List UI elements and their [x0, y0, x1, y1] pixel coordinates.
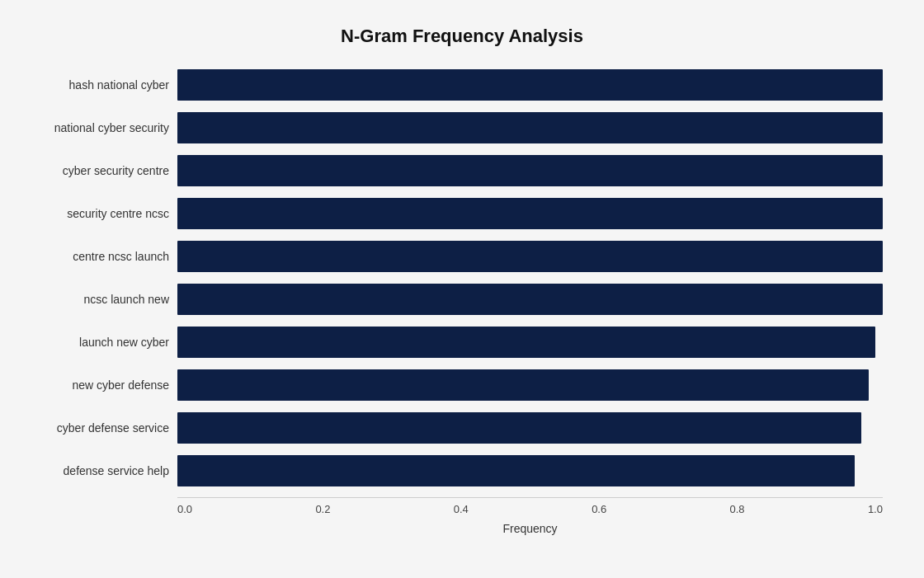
x-tick-label: 0.8: [730, 503, 745, 515]
bar: [177, 284, 883, 315]
bar: [177, 198, 883, 229]
bar: [177, 69, 883, 101]
x-tick-label: 1.0: [868, 503, 883, 515]
bar: [177, 241, 883, 272]
bar-row: ncsc launch new: [177, 278, 883, 321]
x-tick-label: 0.0: [177, 503, 192, 515]
x-axis: 0.00.20.40.60.81.0: [177, 497, 883, 515]
bar-row: centre ncsc launch: [177, 235, 883, 278]
bar-label: hash national cyber: [21, 78, 169, 92]
bar: [177, 327, 875, 358]
bar-label: national cyber security: [21, 121, 169, 134]
bar-row: new cyber defense: [177, 364, 883, 406]
x-axis-ticks: 0.00.20.40.60.81.0: [177, 503, 883, 515]
bar-row: cyber security centre: [177, 149, 883, 192]
bar: [177, 112, 883, 143]
bar-label: ncsc launch new: [21, 293, 169, 306]
bar-label: centre ncsc launch: [21, 250, 169, 263]
bar-row: security centre ncsc: [177, 192, 883, 235]
bar-label: new cyber defense: [21, 378, 169, 392]
bar-row: national cyber security: [177, 106, 883, 149]
chart-area: hash national cybernational cyber securi…: [177, 63, 883, 492]
x-tick-label: 0.6: [592, 503, 606, 515]
bar: [177, 412, 861, 444]
bar: [177, 155, 883, 186]
bar-row: hash national cyber: [177, 63, 883, 106]
bar-row: launch new cyber: [177, 321, 883, 364]
bar: [177, 369, 869, 401]
x-axis-label: Frequency: [177, 522, 883, 535]
bar: [177, 455, 855, 486]
bar-label: security centre ncsc: [21, 207, 169, 220]
x-tick-label: 0.4: [454, 503, 469, 515]
bar-label: defense service help: [21, 464, 169, 477]
chart-title: N-Gram Frequency Analysis: [25, 26, 899, 47]
bar-row: cyber defense service: [177, 406, 883, 449]
bar-label: cyber defense service: [21, 421, 169, 435]
bar-label: launch new cyber: [21, 336, 169, 349]
bar-row: defense service help: [177, 449, 883, 492]
x-tick-label: 0.2: [315, 503, 330, 515]
bar-label: cyber security centre: [21, 164, 169, 177]
chart-container: N-Gram Frequency Analysis hash national …: [8, 9, 916, 570]
